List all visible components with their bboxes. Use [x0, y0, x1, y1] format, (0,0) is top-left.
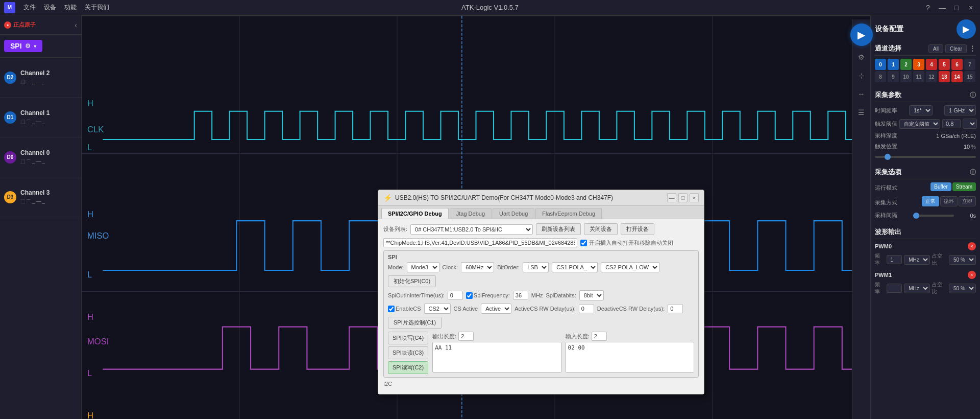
pwm1-freq-unit-select[interactable]: MHz: [904, 284, 930, 293]
pwm1-freq-input[interactable]: [887, 284, 902, 293]
ch-cell-15[interactable]: 15: [964, 71, 975, 82]
dialog-tab-jtag[interactable]: Jtag Debug: [450, 208, 492, 219]
normal-tab[interactable]: 正常: [922, 196, 939, 206]
input-data-textarea[interactable]: 02 00: [566, 342, 694, 373]
acq-params-info-icon[interactable]: ⓘ: [970, 91, 976, 100]
loop-tab[interactable]: 循环: [940, 196, 958, 206]
clear-channels-btn[interactable]: Clear: [945, 44, 967, 53]
ch-cell-14[interactable]: 14: [951, 71, 963, 82]
settings-icon[interactable]: ⚙: [854, 50, 869, 64]
trigger-mode-select[interactable]: 自定义阈值: [899, 119, 940, 129]
acq-options-section: 采集选项 ⓘ 运行模式 Buffer Stream 采集方式 正常 循环 立即: [875, 168, 976, 222]
buffer-tab[interactable]: Buffer: [930, 182, 951, 191]
spi-button[interactable]: SPI ⚙ ▾: [4, 40, 42, 52]
trigger-value-input[interactable]: [942, 119, 961, 128]
dialog-minimize-btn[interactable]: —: [667, 193, 676, 202]
deactive-rw-input[interactable]: [668, 304, 683, 313]
ch-cell-10[interactable]: 10: [900, 71, 912, 82]
menu-function[interactable]: 功能: [64, 3, 77, 12]
ch-cell-3[interactable]: 3: [913, 59, 924, 70]
dialog-restore-btn[interactable]: □: [678, 193, 688, 202]
ch-cell-6[interactable]: 6: [951, 59, 963, 70]
device-select[interactable]: 0# CH347T.M1:USB2.0 To SPI&IIC: [410, 224, 533, 235]
ch-cell-2[interactable]: 2: [900, 59, 912, 70]
stream-tab[interactable]: Stream: [952, 182, 976, 191]
spi-freq-input[interactable]: [513, 291, 528, 300]
trigger-unit-select[interactable]: V: [963, 119, 977, 129]
enable-cs-checkbox[interactable]: [388, 306, 395, 312]
ch-cell-11[interactable]: 11: [913, 71, 924, 82]
cs2-pola-select[interactable]: CS2 POLA_LOW: [601, 262, 659, 272]
channel-item-d0[interactable]: D0 Channel 0 ⬚ ⌒ _ — _: [0, 137, 81, 177]
close-button[interactable]: ×: [966, 3, 976, 13]
channel-item-d3[interactable]: D3 Channel 3 ⬚ ⌒ _ — _: [0, 177, 81, 217]
chip-info-input[interactable]: [383, 238, 577, 247]
pwm1-duty-select[interactable]: 50 %: [949, 284, 976, 293]
enable-cs-select[interactable]: CS2: [424, 304, 451, 314]
mode-select[interactable]: Mode3: [407, 262, 439, 272]
run-mode-row: 运行模式 Buffer Stream: [875, 182, 976, 193]
dialog-tab-flash[interactable]: Flash/Eeprom Debug: [535, 208, 602, 219]
all-channels-btn[interactable]: All: [928, 44, 943, 53]
spi-read-c3-btn[interactable]: SPI块读(C3): [388, 346, 428, 359]
dialog-close-btn[interactable]: ×: [690, 193, 699, 202]
bit-order-select[interactable]: LSB: [523, 262, 549, 272]
spi-databits-select[interactable]: 8bit: [579, 290, 604, 300]
ch-cell-4[interactable]: 4: [926, 59, 937, 70]
nav-back-arrow[interactable]: ‹: [75, 21, 77, 29]
auto-open-checkbox[interactable]: [580, 240, 587, 246]
ch-cell-5[interactable]: 5: [939, 59, 950, 70]
pwm0-duty-select[interactable]: 50 %: [949, 255, 976, 265]
filter-tool-icon[interactable]: ☰: [854, 105, 869, 120]
init-spi-btn[interactable]: 初始化SPI(C0): [388, 275, 436, 287]
acq-options-info-icon[interactable]: ⓘ: [970, 168, 976, 177]
cs-active-select[interactable]: Active: [481, 304, 511, 314]
help-button[interactable]: ?: [923, 3, 933, 13]
channel-icons-d0: ⬚ ⌒ _ — _: [20, 158, 77, 166]
channel-item-d2[interactable]: D2 Channel 2 ⬚ ⌒ _ — _: [0, 58, 81, 98]
pwm0-freq-unit-select[interactable]: MHz: [904, 255, 930, 265]
cursor-tool-icon[interactable]: ⊹: [854, 68, 869, 83]
spi-write-c4-btn[interactable]: SPI块写(C4): [388, 332, 428, 344]
input-len-input[interactable]: [592, 332, 607, 341]
minimize-button[interactable]: —: [937, 3, 947, 13]
refresh-device-btn[interactable]: 刷新设备列表: [536, 223, 581, 235]
ch-cell-12[interactable]: 12: [926, 71, 937, 82]
sample-interval-slider[interactable]: [913, 215, 954, 217]
dialog-tab-uart[interactable]: Uart Debug: [493, 208, 534, 219]
spi-read-write-c2-btn[interactable]: SPI读写(C2): [388, 361, 428, 374]
ch-cell-9[interactable]: 9: [888, 71, 899, 82]
pwm0-close-btn[interactable]: ×: [968, 242, 976, 250]
more-options-icon[interactable]: ⋮: [969, 44, 976, 53]
cs1-pola-select[interactable]: CS1 POLA_: [552, 262, 598, 272]
ch-cell-13[interactable]: 13: [939, 71, 950, 82]
maximize-button[interactable]: □: [951, 3, 962, 13]
open-device-btn[interactable]: 打开设备: [621, 223, 654, 235]
channel-item-d1[interactable]: D1 Channel 1 ⬚ ⌒ _ — _: [0, 98, 81, 137]
start-button[interactable]: ▶: [850, 24, 873, 46]
time-freq-select[interactable]: 1s*: [909, 105, 933, 115]
start-button-top[interactable]: ▶: [957, 19, 976, 39]
output-len-input[interactable]: [458, 332, 474, 341]
trigger-pos-slider[interactable]: [875, 156, 976, 158]
spi-out-inter-input[interactable]: [448, 291, 463, 300]
clock-select[interactable]: 60MHz: [461, 262, 494, 272]
freq-select[interactable]: 1 GHz: [944, 105, 976, 115]
menu-about[interactable]: 关于我们: [85, 3, 109, 12]
immediate-tab[interactable]: 立即: [959, 196, 976, 206]
active-rw-input[interactable]: [579, 304, 594, 313]
ch-cell-8[interactable]: 8: [875, 71, 886, 82]
measure-tool-icon[interactable]: ↔: [854, 87, 869, 101]
close-device-btn[interactable]: 关闭设备: [584, 223, 618, 235]
pwm0-freq-input[interactable]: [887, 255, 902, 264]
dialog-tab-spi[interactable]: SPI/I2C/GPIO Debug: [381, 208, 449, 219]
spi-cs-ctrl-btn[interactable]: SPI片选控制(C1): [388, 317, 442, 329]
output-data-textarea[interactable]: AA 11: [432, 342, 561, 373]
menu-file[interactable]: 文件: [23, 3, 36, 12]
spi-freq-checkbox[interactable]: [466, 292, 473, 299]
menu-device[interactable]: 设备: [44, 3, 56, 12]
ch-cell-7[interactable]: 7: [964, 59, 975, 70]
ch-cell-0[interactable]: 0: [875, 59, 886, 70]
ch-cell-1[interactable]: 1: [888, 59, 899, 70]
pwm1-close-btn[interactable]: ×: [968, 271, 976, 279]
